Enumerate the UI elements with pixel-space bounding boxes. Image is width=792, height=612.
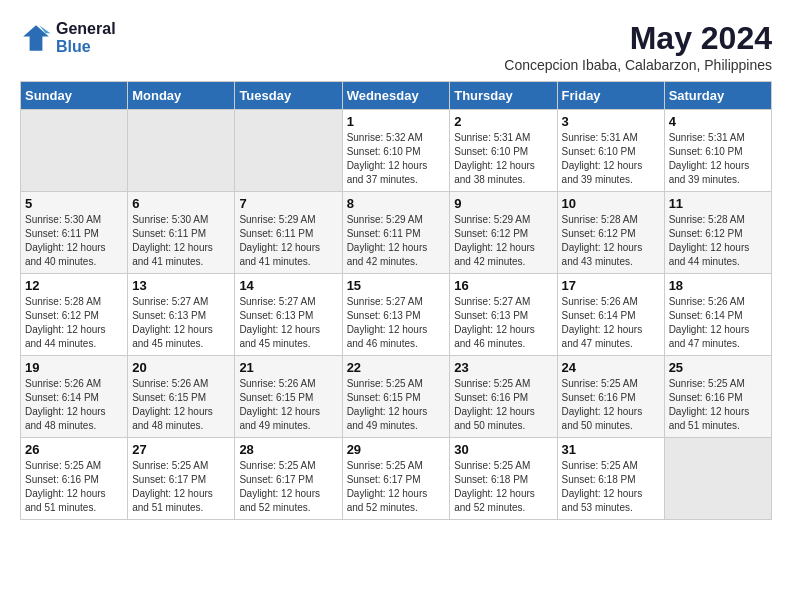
day-info: Sunrise: 5:31 AMSunset: 6:10 PMDaylight:… bbox=[562, 131, 660, 187]
week-row-1: 1Sunrise: 5:32 AMSunset: 6:10 PMDaylight… bbox=[21, 110, 772, 192]
day-number: 13 bbox=[132, 278, 230, 293]
day-number: 5 bbox=[25, 196, 123, 211]
day-number: 2 bbox=[454, 114, 552, 129]
day-info: Sunrise: 5:25 AMSunset: 6:17 PMDaylight:… bbox=[239, 459, 337, 515]
day-cell: 12Sunrise: 5:28 AMSunset: 6:12 PMDayligh… bbox=[21, 274, 128, 356]
day-cell: 14Sunrise: 5:27 AMSunset: 6:13 PMDayligh… bbox=[235, 274, 342, 356]
day-info: Sunrise: 5:25 AMSunset: 6:16 PMDaylight:… bbox=[454, 377, 552, 433]
day-info: Sunrise: 5:27 AMSunset: 6:13 PMDaylight:… bbox=[239, 295, 337, 351]
day-info: Sunrise: 5:27 AMSunset: 6:13 PMDaylight:… bbox=[132, 295, 230, 351]
day-info: Sunrise: 5:25 AMSunset: 6:17 PMDaylight:… bbox=[347, 459, 446, 515]
day-cell: 9Sunrise: 5:29 AMSunset: 6:12 PMDaylight… bbox=[450, 192, 557, 274]
svg-marker-0 bbox=[23, 25, 49, 51]
day-number: 30 bbox=[454, 442, 552, 457]
day-cell: 22Sunrise: 5:25 AMSunset: 6:15 PMDayligh… bbox=[342, 356, 450, 438]
day-cell: 23Sunrise: 5:25 AMSunset: 6:16 PMDayligh… bbox=[450, 356, 557, 438]
day-number: 6 bbox=[132, 196, 230, 211]
day-info: Sunrise: 5:27 AMSunset: 6:13 PMDaylight:… bbox=[347, 295, 446, 351]
day-cell: 1Sunrise: 5:32 AMSunset: 6:10 PMDaylight… bbox=[342, 110, 450, 192]
day-number: 27 bbox=[132, 442, 230, 457]
week-row-3: 12Sunrise: 5:28 AMSunset: 6:12 PMDayligh… bbox=[21, 274, 772, 356]
day-info: Sunrise: 5:26 AMSunset: 6:14 PMDaylight:… bbox=[562, 295, 660, 351]
day-number: 17 bbox=[562, 278, 660, 293]
day-number: 12 bbox=[25, 278, 123, 293]
day-number: 14 bbox=[239, 278, 337, 293]
day-cell: 30Sunrise: 5:25 AMSunset: 6:18 PMDayligh… bbox=[450, 438, 557, 520]
day-info: Sunrise: 5:25 AMSunset: 6:18 PMDaylight:… bbox=[562, 459, 660, 515]
col-header-sunday: Sunday bbox=[21, 82, 128, 110]
day-info: Sunrise: 5:26 AMSunset: 6:14 PMDaylight:… bbox=[25, 377, 123, 433]
day-cell: 18Sunrise: 5:26 AMSunset: 6:14 PMDayligh… bbox=[664, 274, 771, 356]
week-row-2: 5Sunrise: 5:30 AMSunset: 6:11 PMDaylight… bbox=[21, 192, 772, 274]
header-row: SundayMondayTuesdayWednesdayThursdayFrid… bbox=[21, 82, 772, 110]
day-number: 1 bbox=[347, 114, 446, 129]
day-cell: 25Sunrise: 5:25 AMSunset: 6:16 PMDayligh… bbox=[664, 356, 771, 438]
day-number: 22 bbox=[347, 360, 446, 375]
day-number: 10 bbox=[562, 196, 660, 211]
day-cell: 11Sunrise: 5:28 AMSunset: 6:12 PMDayligh… bbox=[664, 192, 771, 274]
day-number: 7 bbox=[239, 196, 337, 211]
col-header-monday: Monday bbox=[128, 82, 235, 110]
day-number: 15 bbox=[347, 278, 446, 293]
day-number: 29 bbox=[347, 442, 446, 457]
day-cell: 31Sunrise: 5:25 AMSunset: 6:18 PMDayligh… bbox=[557, 438, 664, 520]
day-cell: 26Sunrise: 5:25 AMSunset: 6:16 PMDayligh… bbox=[21, 438, 128, 520]
day-number: 24 bbox=[562, 360, 660, 375]
day-info: Sunrise: 5:32 AMSunset: 6:10 PMDaylight:… bbox=[347, 131, 446, 187]
day-info: Sunrise: 5:28 AMSunset: 6:12 PMDaylight:… bbox=[562, 213, 660, 269]
day-cell: 10Sunrise: 5:28 AMSunset: 6:12 PMDayligh… bbox=[557, 192, 664, 274]
day-number: 3 bbox=[562, 114, 660, 129]
day-cell bbox=[235, 110, 342, 192]
day-cell: 6Sunrise: 5:30 AMSunset: 6:11 PMDaylight… bbox=[128, 192, 235, 274]
logo: General Blue bbox=[20, 20, 116, 56]
day-number: 20 bbox=[132, 360, 230, 375]
day-info: Sunrise: 5:25 AMSunset: 6:16 PMDaylight:… bbox=[562, 377, 660, 433]
day-info: Sunrise: 5:27 AMSunset: 6:13 PMDaylight:… bbox=[454, 295, 552, 351]
page-header: General Blue May 2024 Concepcion Ibaba, … bbox=[20, 20, 772, 73]
title-area: May 2024 Concepcion Ibaba, Calabarzon, P… bbox=[504, 20, 772, 73]
day-number: 19 bbox=[25, 360, 123, 375]
day-number: 28 bbox=[239, 442, 337, 457]
calendar-table: SundayMondayTuesdayWednesdayThursdayFrid… bbox=[20, 81, 772, 520]
day-cell: 4Sunrise: 5:31 AMSunset: 6:10 PMDaylight… bbox=[664, 110, 771, 192]
day-info: Sunrise: 5:26 AMSunset: 6:15 PMDaylight:… bbox=[239, 377, 337, 433]
day-info: Sunrise: 5:29 AMSunset: 6:11 PMDaylight:… bbox=[239, 213, 337, 269]
day-cell: 8Sunrise: 5:29 AMSunset: 6:11 PMDaylight… bbox=[342, 192, 450, 274]
week-row-4: 19Sunrise: 5:26 AMSunset: 6:14 PMDayligh… bbox=[21, 356, 772, 438]
day-info: Sunrise: 5:28 AMSunset: 6:12 PMDaylight:… bbox=[669, 213, 767, 269]
day-cell: 17Sunrise: 5:26 AMSunset: 6:14 PMDayligh… bbox=[557, 274, 664, 356]
week-row-5: 26Sunrise: 5:25 AMSunset: 6:16 PMDayligh… bbox=[21, 438, 772, 520]
day-cell: 28Sunrise: 5:25 AMSunset: 6:17 PMDayligh… bbox=[235, 438, 342, 520]
day-info: Sunrise: 5:29 AMSunset: 6:12 PMDaylight:… bbox=[454, 213, 552, 269]
logo-icon bbox=[20, 22, 52, 54]
day-info: Sunrise: 5:30 AMSunset: 6:11 PMDaylight:… bbox=[132, 213, 230, 269]
day-cell: 5Sunrise: 5:30 AMSunset: 6:11 PMDaylight… bbox=[21, 192, 128, 274]
day-number: 16 bbox=[454, 278, 552, 293]
day-cell: 13Sunrise: 5:27 AMSunset: 6:13 PMDayligh… bbox=[128, 274, 235, 356]
day-cell: 20Sunrise: 5:26 AMSunset: 6:15 PMDayligh… bbox=[128, 356, 235, 438]
day-number: 25 bbox=[669, 360, 767, 375]
day-cell: 3Sunrise: 5:31 AMSunset: 6:10 PMDaylight… bbox=[557, 110, 664, 192]
day-info: Sunrise: 5:31 AMSunset: 6:10 PMDaylight:… bbox=[454, 131, 552, 187]
day-cell: 15Sunrise: 5:27 AMSunset: 6:13 PMDayligh… bbox=[342, 274, 450, 356]
col-header-thursday: Thursday bbox=[450, 82, 557, 110]
day-info: Sunrise: 5:25 AMSunset: 6:18 PMDaylight:… bbox=[454, 459, 552, 515]
day-cell bbox=[664, 438, 771, 520]
day-cell: 19Sunrise: 5:26 AMSunset: 6:14 PMDayligh… bbox=[21, 356, 128, 438]
day-number: 8 bbox=[347, 196, 446, 211]
col-header-friday: Friday bbox=[557, 82, 664, 110]
day-cell bbox=[21, 110, 128, 192]
col-header-tuesday: Tuesday bbox=[235, 82, 342, 110]
day-cell: 21Sunrise: 5:26 AMSunset: 6:15 PMDayligh… bbox=[235, 356, 342, 438]
day-number: 18 bbox=[669, 278, 767, 293]
month-year-title: May 2024 bbox=[504, 20, 772, 57]
logo-text: General Blue bbox=[56, 20, 116, 56]
location-subtitle: Concepcion Ibaba, Calabarzon, Philippine… bbox=[504, 57, 772, 73]
day-number: 23 bbox=[454, 360, 552, 375]
day-info: Sunrise: 5:29 AMSunset: 6:11 PMDaylight:… bbox=[347, 213, 446, 269]
col-header-wednesday: Wednesday bbox=[342, 82, 450, 110]
day-cell: 16Sunrise: 5:27 AMSunset: 6:13 PMDayligh… bbox=[450, 274, 557, 356]
day-number: 26 bbox=[25, 442, 123, 457]
day-number: 4 bbox=[669, 114, 767, 129]
day-info: Sunrise: 5:25 AMSunset: 6:17 PMDaylight:… bbox=[132, 459, 230, 515]
